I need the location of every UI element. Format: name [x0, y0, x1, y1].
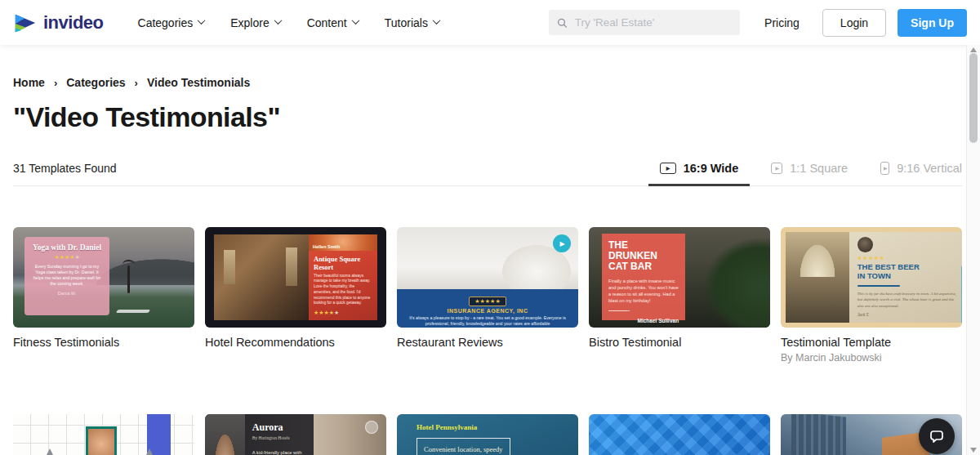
template-thumbnail[interactable]: THE DRUNKEN CAT BAR Finally a place with…: [589, 227, 770, 328]
template-card-fitness-testimonials[interactable]: Yoga with Dr. Daniel ★★★★★ Every Sunday …: [13, 227, 194, 364]
overlay-heading: Hotel Pennsylvania: [416, 423, 578, 431]
testimonial-overlay: Hellen Smith Antique Square Resort Their…: [309, 234, 377, 320]
template-card-cleared[interactable]: "ClearEd helped my son get better at Geo…: [13, 414, 194, 455]
scroll-up-arrow-icon[interactable]: [970, 47, 977, 52]
results-count: 31 Templates Found: [13, 162, 117, 175]
overlay-author: Michael Sullivan: [608, 318, 679, 323]
reviewer-photo: [205, 414, 245, 455]
nav-label: Categories: [138, 16, 194, 29]
overlay-heading: THE BEST BEER IN TOWN: [858, 263, 923, 281]
search-icon: [557, 17, 568, 29]
template-card-restaurant-reviews[interactable]: ★★★★★ INSURANCE AGENCY, INC It's always …: [397, 227, 578, 364]
star-rating: ★★★★★: [858, 255, 957, 261]
review-panel: Antique Square Resort Their beautiful ro…: [309, 251, 377, 320]
reviewer-name: Hellen Smith: [313, 244, 340, 249]
template-title[interactable]: Restaurant Reviews: [397, 336, 578, 349]
template-thumbnail[interactable]: Client Testimonials: [589, 414, 770, 455]
yoga-mat: [115, 310, 149, 313]
overlay-quote: Convenient location, speedy check-in and…: [424, 444, 503, 455]
template-title[interactable]: Hotel Recommendations: [205, 336, 386, 349]
invideo-logo[interactable]: invideo: [13, 11, 104, 35]
testimonial-overlay: ★★★★★ INSURANCE AGENCY, INC It's always …: [397, 289, 578, 328]
template-card-client-testimonials[interactable]: Client Testimonials: [589, 414, 770, 455]
overlay-quote: A kid-friendly place with great comfort …: [252, 449, 306, 455]
content-area: Home › Categories › Video Testimonials "…: [0, 76, 980, 455]
overlay-heading: Aurora: [252, 422, 306, 434]
overlay-subheading: By Harington Hotels: [252, 435, 306, 440]
search-bar[interactable]: [549, 10, 740, 35]
logo-wordmark: invideo: [43, 12, 104, 33]
breadcrumb-item[interactable]: Home: [13, 76, 45, 89]
page-title: "Video Testimonials": [13, 101, 962, 133]
overlay-author: Jack T.: [858, 312, 957, 317]
login-button[interactable]: Login: [822, 9, 886, 37]
nav-explore[interactable]: Explore: [230, 16, 280, 29]
tab-16-9-wide[interactable]: 16:9 Wide: [660, 150, 739, 185]
template-title[interactable]: Testimonial Template: [781, 336, 962, 349]
plant-shape: [703, 237, 770, 328]
nav-content[interactable]: Content: [307, 16, 359, 29]
template-card-testimonial-template[interactable]: ★★★★★ THE BEST BEER IN TOWN This is by f…: [781, 227, 962, 364]
page: invideo Categories Explore Content Tutor…: [0, 0, 980, 455]
tab-9-16-vertical[interactable]: 9:16 Vertical: [880, 150, 962, 185]
search-input[interactable]: [575, 16, 732, 29]
template-card-hotel-recommendations[interactable]: Hellen Smith Antique Square Resort Their…: [205, 227, 386, 364]
breadcrumb-item[interactable]: Video Testimonials: [147, 76, 250, 89]
teal-accent-strip: [961, 266, 962, 323]
building-shape: [791, 414, 846, 455]
testimonial-overlay: Aurora By Harington Hotels A kid-friendl…: [245, 414, 314, 455]
overlay-author: Dania W.: [30, 291, 104, 296]
stars-empty: ★: [334, 310, 339, 315]
testimonial-overlay: ★★★★★ THE BEST BEER IN TOWN This is by f…: [849, 232, 962, 323]
star-rating: ★★★★★: [314, 310, 372, 316]
reviewer-photo: [86, 426, 117, 455]
signup-button[interactable]: Sign Up: [898, 9, 967, 37]
chat-widget-button[interactable]: [919, 418, 955, 454]
template-card-aurora[interactable]: Aurora By Harington Hotels A kid-friendl…: [205, 414, 386, 455]
results-toolbar: 31 Templates Found 16:9 Wide 1:1 Square …: [13, 150, 962, 186]
overlay-quote: Their beautiful rooms always manage to t…: [314, 274, 372, 306]
pricing-link[interactable]: Pricing: [764, 16, 800, 29]
play-rect-vertical-icon: [880, 162, 889, 175]
scrollbar[interactable]: [966, 45, 980, 455]
template-card-bistro-testimonial[interactable]: THE DRUNKEN CAT BAR Finally a place with…: [589, 227, 770, 364]
breadcrumb-separator: ›: [54, 77, 57, 89]
template-card-hotel-pennsylvania[interactable]: Hotel Pennsylvania Convenient location, …: [397, 414, 578, 455]
template-title[interactable]: Fitness Testimonials: [13, 336, 194, 349]
watermark-badge: [365, 421, 378, 434]
template-thumbnail[interactable]: ★★★★★ THE BEST BEER IN TOWN This is by f…: [781, 227, 962, 328]
template-thumbnail[interactable]: ★★★★★ INSURANCE AGENCY, INC It's always …: [397, 227, 578, 328]
tab-label: 9:16 Vertical: [897, 162, 962, 175]
invideo-logo-icon: [13, 11, 38, 35]
aspect-ratio-tabs: 16:9 Wide 1:1 Square 9:16 Vertical: [660, 150, 962, 185]
play-button[interactable]: [553, 234, 571, 252]
nav-label: Content: [307, 16, 347, 29]
star-rating: ★★★★★: [469, 297, 506, 306]
template-thumbnail[interactable]: Hellen Smith Antique Square Resort Their…: [205, 227, 386, 328]
template-thumbnail[interactable]: Hotel Pennsylvania Convenient location, …: [397, 414, 578, 455]
nav-label: Explore: [230, 16, 269, 29]
scroll-down-arrow-icon[interactable]: [970, 448, 977, 453]
breadcrumb-item[interactable]: Categories: [66, 76, 125, 89]
overlay-quote: It's always a pleasure to stop by - a ra…: [397, 315, 578, 328]
nav-tutorials[interactable]: Tutorials: [385, 16, 439, 29]
template-thumbnail[interactable]: Aurora By Harington Hotels A kid-friendl…: [205, 414, 386, 455]
tab-1-1-square[interactable]: 1:1 Square: [771, 150, 848, 185]
nav-categories[interactable]: Categories: [138, 16, 205, 29]
yoga-figure: [127, 265, 130, 293]
template-title[interactable]: Bistro Testimonial: [589, 336, 770, 349]
play-rect-wide-icon: [660, 163, 676, 174]
hotel-room-photo: [214, 234, 309, 320]
quote-box: Convenient location, speedy check-in and…: [416, 438, 510, 455]
avatar: [858, 237, 873, 252]
divider-line: [608, 310, 630, 311]
testimonial-overlay: THE DRUNKEN CAT BAR Finally a place with…: [602, 234, 685, 320]
stars-filled: ★★★★: [54, 254, 74, 260]
template-thumbnail[interactable]: Yoga with Dr. Daniel ★★★★★ Every Sunday …: [13, 227, 194, 328]
overlay-heading: INSURANCE AGENCY, INC: [397, 308, 578, 314]
scrollbar-thumb[interactable]: [969, 53, 978, 143]
bar-photo: [786, 232, 849, 323]
stars-filled: ★★★★★: [858, 255, 885, 261]
template-thumbnail[interactable]: "ClearEd helped my son get better at Geo…: [13, 414, 194, 455]
main-nav: Categories Explore Content Tutorials: [138, 16, 439, 29]
